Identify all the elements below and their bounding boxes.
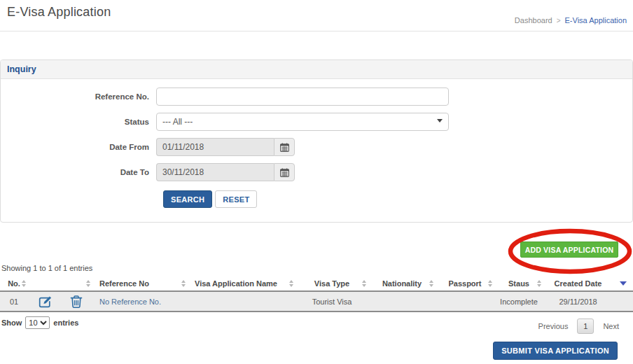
- col-label: Reference No: [99, 279, 149, 288]
- pagination: Previous 1 Next: [538, 318, 619, 334]
- col-header-no[interactable]: No.: [0, 276, 28, 290]
- cell-visa-type: Tourist Visa: [295, 292, 368, 311]
- col-header-staus[interactable]: Staus: [494, 276, 543, 290]
- search-button[interactable]: SEARCH: [163, 190, 212, 208]
- table-row: 01 No Referen: [0, 292, 633, 312]
- col-header-reference-no[interactable]: Reference No: [92, 276, 188, 290]
- col-header-actions[interactable]: [28, 276, 92, 290]
- search-button-row: SEARCH RESET: [163, 190, 632, 208]
- header-divider: [0, 31, 633, 31]
- cell-no: 01: [0, 292, 28, 311]
- evisa-application-page: E-Visa Application Dashboard > E-Visa Ap…: [0, 0, 633, 364]
- date-from-calendar-button[interactable]: [274, 138, 295, 156]
- table-header-row: No. Reference No Visa Application Name V…: [0, 276, 633, 292]
- col-label: Nationality: [382, 279, 422, 288]
- breadcrumb-current: E-Visa Application: [565, 16, 627, 24]
- sort-icon: [488, 280, 492, 287]
- next-page-button[interactable]: Next: [603, 322, 619, 330]
- edit-icon[interactable]: [38, 295, 53, 309]
- applications-table: No. Reference No Visa Application Name V…: [0, 276, 633, 312]
- date-to-calendar-button[interactable]: [274, 163, 295, 181]
- showing-entries-text: Showing 1 to 1 of 1 entries: [1, 264, 92, 272]
- page-size-control: Show 10 entries: [1, 316, 78, 329]
- inquiry-panel-header: Inquiry: [1, 60, 632, 79]
- entries-label: entries: [53, 318, 78, 327]
- status-label: Status: [1, 113, 156, 131]
- date-from-label: Date From: [1, 138, 156, 156]
- sort-icon: [537, 280, 541, 287]
- col-label: Created Date: [555, 279, 602, 288]
- cell-visa-application-name: [188, 292, 295, 311]
- cell-created-date: 29/11/2018: [543, 292, 613, 311]
- status-select[interactable]: --- All ---: [156, 113, 449, 131]
- inquiry-panel-title: Inquiry: [7, 64, 36, 74]
- inquiry-panel-body: Reference No. Status --- All --- Date Fr…: [1, 79, 632, 208]
- reset-button[interactable]: RESET: [215, 190, 257, 208]
- col-label: No.: [8, 279, 20, 288]
- reference-no-row: Reference No.: [1, 88, 632, 106]
- cell-nationality: [368, 292, 436, 311]
- date-to-input[interactable]: [156, 163, 274, 181]
- col-header-visa-application-name[interactable]: Visa Application Name: [188, 276, 295, 290]
- status-row: Status --- All ---: [1, 113, 632, 131]
- trash-icon[interactable]: [70, 295, 83, 309]
- page-size-select[interactable]: 10: [25, 316, 50, 329]
- col-header-visa-type[interactable]: Visa Type: [295, 276, 368, 290]
- page-title: E-Visa Application: [7, 5, 111, 20]
- sort-icon: [429, 280, 433, 287]
- add-visa-application-button[interactable]: ADD VISA APPLICATION: [520, 241, 618, 258]
- breadcrumb-dashboard[interactable]: Dashboard: [515, 16, 552, 24]
- submit-visa-application-button[interactable]: SUBMIT VISA APPLICATION: [493, 342, 618, 360]
- calendar-icon: [280, 168, 289, 177]
- col-label: Staus: [508, 279, 529, 288]
- cell-staus: Incomplete: [494, 292, 543, 311]
- reference-no-link[interactable]: No Reference No.: [99, 298, 161, 306]
- col-header-filter[interactable]: [613, 276, 633, 290]
- sort-icon: [289, 280, 293, 287]
- date-from-input[interactable]: [156, 138, 274, 156]
- col-header-nationality[interactable]: Nationality: [368, 276, 436, 290]
- cell-passport: [436, 292, 494, 311]
- previous-page-button[interactable]: Previous: [538, 322, 569, 330]
- add-visa-zone: ADD VISA APPLICATION: [503, 228, 633, 277]
- date-from-row: Date From: [1, 138, 632, 156]
- inquiry-panel: Inquiry Reference No. Status --- All ---: [0, 59, 633, 223]
- breadcrumb: Dashboard > E-Visa Application: [515, 16, 627, 24]
- date-to-label: Date To: [1, 163, 156, 181]
- cell-filter-spacer: [613, 292, 633, 311]
- reference-no-input[interactable]: [156, 88, 449, 106]
- calendar-icon: [280, 143, 289, 152]
- col-label: Visa Application Name: [195, 279, 277, 288]
- show-label: Show: [1, 318, 22, 327]
- cell-actions: [28, 292, 92, 311]
- breadcrumb-separator: >: [557, 17, 561, 24]
- cell-reference-no: No Reference No.: [92, 292, 188, 311]
- col-label: Visa Type: [314, 279, 349, 288]
- caret-down-icon: [620, 281, 627, 286]
- col-header-passport[interactable]: Passport: [436, 276, 494, 290]
- reference-no-label: Reference No.: [1, 88, 156, 106]
- sort-icon: [86, 280, 90, 287]
- col-header-created-date[interactable]: Created Date: [543, 276, 613, 290]
- sort-icon: [181, 280, 186, 287]
- date-to-row: Date To: [1, 163, 632, 181]
- sort-icon: [362, 280, 366, 287]
- page-number-button[interactable]: 1: [577, 318, 594, 334]
- col-label: Passport: [448, 279, 481, 288]
- sort-icon: [22, 280, 26, 287]
